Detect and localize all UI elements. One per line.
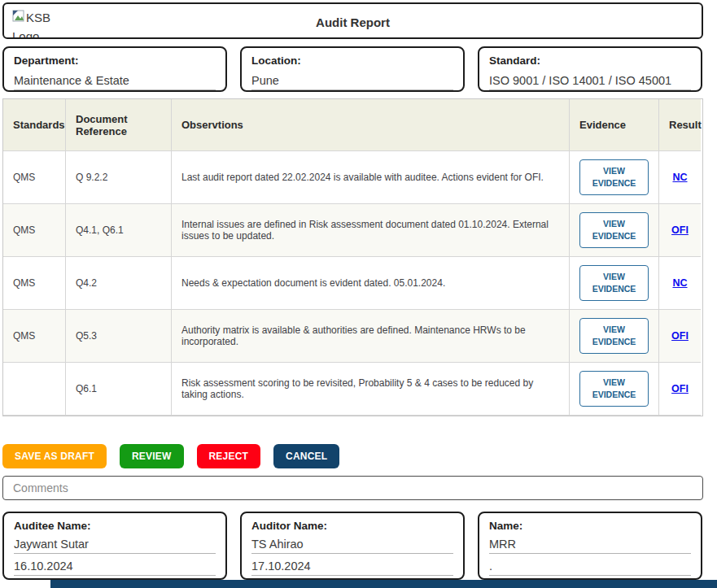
result-link[interactable]: NC bbox=[672, 277, 687, 289]
report-header: Audit Report KSB Logo bbox=[2, 2, 703, 39]
col-observations: Observtions bbox=[172, 99, 570, 151]
location-box: Location: bbox=[240, 46, 465, 92]
audit-observations-table: Standards Document Reference Observtions… bbox=[2, 98, 703, 416]
cell-doc-reference: Q4.2 bbox=[66, 257, 172, 310]
view-evidence-button[interactable]: VIEW EVIDENCE bbox=[579, 371, 649, 407]
cell-doc-reference: Q6.1 bbox=[66, 363, 172, 416]
cell-observation: Risk assessment scoring to be revisited,… bbox=[172, 363, 570, 416]
cell-observation: Needs & expectation document is evident … bbox=[172, 257, 570, 310]
cell-evidence: VIEW EVIDENCE bbox=[570, 204, 659, 257]
auditee-date-input[interactable] bbox=[14, 560, 216, 576]
cell-result: OFI bbox=[659, 363, 701, 416]
review-button[interactable]: REVIEW bbox=[120, 444, 184, 468]
save-as-draft-button[interactable]: SAVE AS DRAFT bbox=[2, 444, 107, 468]
result-link[interactable]: NC bbox=[672, 172, 687, 183]
cell-evidence: VIEW EVIDENCE bbox=[570, 310, 659, 363]
department-box: Department: bbox=[2, 46, 227, 92]
cell-standard: QMS bbox=[3, 310, 66, 363]
cell-doc-reference: Q4.1, Q6.1 bbox=[66, 204, 172, 257]
location-input[interactable] bbox=[251, 74, 453, 90]
department-input[interactable] bbox=[14, 74, 216, 90]
cell-standard: QMS bbox=[3, 257, 66, 310]
standard-input[interactable] bbox=[489, 74, 691, 90]
cell-result: OFI bbox=[659, 310, 701, 363]
reject-button[interactable]: REJECT bbox=[197, 444, 261, 468]
col-document-reference: Document Reference bbox=[66, 99, 172, 151]
page-title: Audit Report bbox=[4, 4, 702, 39]
cell-result: NC bbox=[659, 257, 701, 310]
broken-logo-image: KSB Logo bbox=[12, 9, 69, 39]
cell-observation: Authority matrix is available & authorit… bbox=[172, 310, 570, 363]
auditee-name-label: Auditee Name: bbox=[14, 520, 216, 532]
bottom-bar bbox=[50, 580, 717, 588]
view-evidence-button[interactable]: VIEW EVIDENCE bbox=[579, 318, 649, 354]
broken-image-icon bbox=[12, 10, 25, 28]
auditor-name-label: Auditor Name: bbox=[251, 520, 453, 532]
comments-input[interactable] bbox=[2, 476, 703, 500]
cancel-button[interactable]: CANCEL bbox=[273, 444, 339, 468]
standard-box: Standard: bbox=[478, 46, 702, 92]
department-label: Department: bbox=[14, 54, 216, 67]
cell-standard bbox=[3, 363, 66, 416]
cell-doc-reference: Q 9.2.2 bbox=[66, 151, 172, 204]
view-evidence-button[interactable]: VIEW EVIDENCE bbox=[579, 159, 649, 195]
cell-evidence: VIEW EVIDENCE bbox=[570, 363, 659, 416]
auditee-box: Auditee Name: bbox=[2, 512, 227, 580]
name-box: Name: bbox=[478, 512, 702, 580]
view-evidence-button[interactable]: VIEW EVIDENCE bbox=[579, 265, 649, 301]
cell-standard: QMS bbox=[3, 204, 66, 257]
name-date-input[interactable] bbox=[489, 560, 691, 576]
col-standards: Standards bbox=[3, 99, 66, 151]
cell-evidence: VIEW EVIDENCE bbox=[570, 151, 659, 204]
table-header-row: Standards Document Reference Observtions… bbox=[3, 99, 702, 151]
table-row: Q6.1 Risk assessment scoring to be revis… bbox=[3, 363, 702, 416]
result-link[interactable]: OFI bbox=[671, 330, 689, 342]
cell-observation: Last audit report dated 22.02.2024 is av… bbox=[172, 151, 570, 204]
cell-doc-reference: Q5.3 bbox=[66, 310, 172, 363]
table-row: QMS Q4.1, Q6.1 Internal issues are defin… bbox=[3, 204, 702, 257]
auditee-name-input[interactable] bbox=[14, 538, 216, 554]
cell-evidence: VIEW EVIDENCE bbox=[570, 257, 659, 310]
result-link[interactable]: OFI bbox=[671, 224, 689, 236]
location-label: Location: bbox=[251, 54, 453, 67]
table-row: QMS Q4.2 Needs & expectation document is… bbox=[3, 257, 702, 310]
table-row: QMS Q 9.2.2 Last audit report dated 22.0… bbox=[3, 151, 702, 204]
cell-result: OFI bbox=[659, 204, 701, 257]
cell-result: NC bbox=[659, 151, 701, 204]
view-evidence-button[interactable]: VIEW EVIDENCE bbox=[579, 212, 649, 248]
audit-report-page: Audit Report KSB Logo Department: Locati… bbox=[0, 0, 717, 588]
col-evidence: Evidence bbox=[570, 99, 659, 151]
auditor-name-input[interactable] bbox=[251, 538, 453, 554]
table-row: QMS Q5.3 Authority matrix is available &… bbox=[3, 310, 702, 363]
auditor-box: Auditor Name: bbox=[240, 512, 465, 580]
cell-standard: QMS bbox=[3, 151, 66, 204]
name-input[interactable] bbox=[489, 538, 691, 554]
name-label: Name: bbox=[489, 520, 691, 532]
col-result: Result bbox=[659, 99, 701, 151]
standard-label: Standard: bbox=[489, 54, 691, 67]
action-buttons: SAVE AS DRAFT REVIEW REJECT CANCEL bbox=[2, 444, 339, 468]
auditor-date-input[interactable] bbox=[251, 560, 453, 576]
result-link[interactable]: OFI bbox=[671, 383, 689, 394]
cell-observation: Internal issues are defined in Risk asse… bbox=[172, 204, 570, 257]
